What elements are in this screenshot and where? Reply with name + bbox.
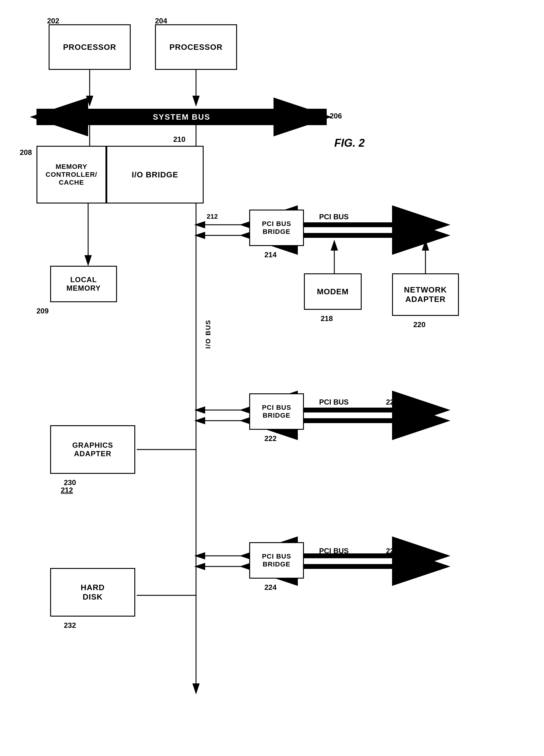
hard-disk-label: HARDDISK — [80, 583, 104, 602]
modem-ref: 218 — [321, 314, 333, 323]
pci-bus-bridge3-box: PCI BUSBRIDGE — [249, 542, 304, 579]
processor2-ref: 204 — [155, 17, 167, 25]
io-bus-line-ref: 212 — [207, 213, 218, 221]
local-memory-ref: 209 — [36, 307, 49, 315]
network-adapter-label: NETWORKADAPTER — [404, 285, 447, 304]
modem-box: MODEM — [304, 273, 362, 310]
memory-controller-label: MEMORYCONTROLLER/CACHE — [46, 163, 97, 186]
local-memory-box: LOCALMEMORY — [50, 266, 117, 302]
hard-disk-box: HARDDISK — [50, 568, 135, 617]
pci-bus-bridge1-box: PCI BUSBRIDGE — [249, 210, 304, 246]
processor2-label: PROCESSOR — [169, 43, 222, 52]
io-bus-ref: 212 — [61, 486, 73, 494]
system-bus-ref: 206 — [330, 112, 342, 120]
pci-bus1-ref: 216 — [395, 213, 407, 221]
graphics-adapter-label: GRAPHICSADAPTER — [72, 441, 113, 458]
pci-bus2-label: PCI BUS — [319, 398, 349, 406]
network-adapter-box: NETWORKADAPTER — [392, 273, 459, 316]
pci-bus3-label: PCI BUS — [319, 547, 349, 555]
pci-bus-bridge1-label: PCI BUSBRIDGE — [262, 220, 291, 236]
graphics-adapter-box: GRAPHICSADAPTER — [50, 425, 135, 474]
hard-disk-ref: 232 — [64, 621, 76, 630]
modem-label: MODEM — [317, 287, 349, 296]
io-bridge-box: I/O BRIDGE — [106, 146, 203, 204]
figure-label: FIG. 2 — [334, 137, 365, 149]
processor1-box: PROCESSOR — [49, 24, 131, 70]
pci-bus2-ref: 226 — [386, 398, 398, 406]
pci-bus-bridge2-box: PCI BUSBRIDGE — [249, 393, 304, 430]
processor1-label: PROCESSOR — [63, 43, 116, 52]
memory-controller-box: MEMORYCONTROLLER/CACHE — [36, 146, 106, 204]
pci-bus-bridge2-label: PCI BUSBRIDGE — [262, 404, 291, 419]
processor1-ref: 202 — [47, 17, 59, 25]
system-bus-label: SYSTEM BUS — [153, 112, 210, 122]
network-adapter-ref: 220 — [413, 320, 426, 329]
local-memory-label: LOCALMEMORY — [66, 275, 101, 292]
pci-bus-bridge3-label: PCI BUSBRIDGE — [262, 552, 291, 568]
io-bridge-ref: 210 — [173, 135, 185, 144]
io-bridge-label: I/O BRIDGE — [132, 170, 178, 180]
processor2-box: PROCESSOR — [155, 24, 237, 70]
pci-bus-bridge1-ref: 214 — [264, 251, 277, 259]
pci-bus3-ref: 228 — [386, 547, 398, 555]
pci-bus-bridge3-ref: 224 — [264, 583, 277, 592]
pci-bus1-label: PCI BUS — [319, 213, 349, 221]
memory-controller-ref: 208 — [20, 148, 32, 157]
pci-bus-bridge2-ref: 222 — [264, 434, 277, 443]
graphics-adapter-ref: 230 — [64, 478, 76, 487]
io-bus-label: I/O BUS — [204, 320, 212, 349]
